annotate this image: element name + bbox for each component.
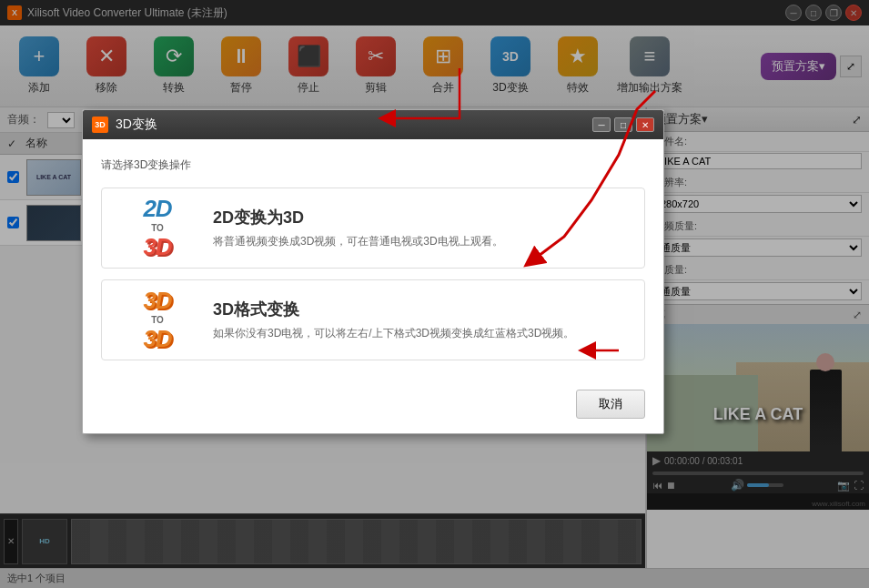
3d-convert-dialog: 3D 3D变换 ─ □ ✕ 请选择3D变换操作 2D TO 3D [82,109,664,434]
2d-to-3d-icon: 2D TO 3D [116,203,198,253]
option-2-title: 3D格式变换 [213,299,630,320]
dialog-title-text: 3D变换 [116,117,157,133]
dialog-subtitle: 请选择3D变换操作 [101,157,645,173]
option-1-info: 2D变换为3D 将普通视频变换成3D视频，可在普通电视或3D电视上观看。 [213,207,630,249]
2d-label: 2D [143,195,171,223]
dialog-restore-button[interactable]: □ [614,117,632,132]
option-2d-to-3d[interactable]: 2D TO 3D 2D变换为3D 将普通视频变换成3D视频，可在普通电视或3D电… [101,188,645,269]
to-label-1: TO [151,223,164,233]
option-3d-format[interactable]: 3D TO 3D 3D格式变换 如果你没有3D电视，可以将左右/上下格式3D视频… [101,279,645,360]
dialog-body: 请选择3D变换操作 2D TO 3D 2D变换为3D 将普通视频变换成3D视频，… [83,139,663,390]
dialog-close-button[interactable]: ✕ [636,117,654,132]
dialog-footer: 取消 [83,390,663,433]
3d-dest-label: 3D [143,325,171,352]
3d-result-label: 3D [143,233,171,261]
dialog-icon: 3D [92,117,108,133]
3d-format-icon: 3D TO 3D [116,295,198,345]
option-2-info: 3D格式变换 如果你没有3D电视，可以将左右/上下格式3D视频变换成红蓝格式3D… [213,299,630,341]
dialog-controls: ─ □ ✕ [592,117,654,132]
3d-source-label: 3D [143,287,171,314]
option-1-desc: 将普通视频变换成3D视频，可在普通电视或3D电视上观看。 [213,234,630,249]
option-1-title: 2D变换为3D [213,207,630,228]
to-label-2: TO [151,315,164,325]
option-2-desc: 如果你没有3D电视，可以将左右/上下格式3D视频变换成红蓝格式3D视频。 [213,326,630,341]
dialog-title-bar: 3D 3D变换 ─ □ ✕ [83,110,663,139]
dialog-minimize-button[interactable]: ─ [592,117,611,132]
cancel-button[interactable]: 取消 [576,390,645,419]
